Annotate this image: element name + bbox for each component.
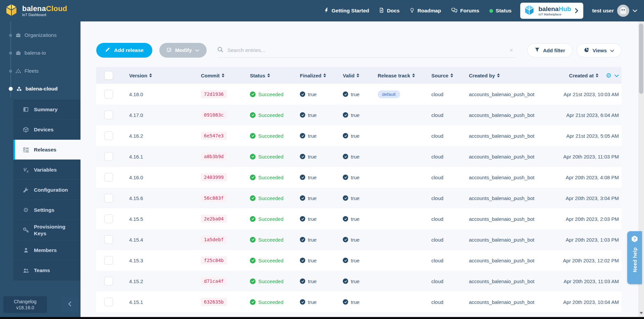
created-at-cell: Apr 20th 2023, 4:08 PM — [546, 175, 622, 180]
status-cell: Succeeded — [242, 112, 292, 118]
scrollbar-down-arrow[interactable] — [640, 312, 643, 314]
chevron-down-icon — [195, 47, 199, 53]
sidebar-item-balena-io[interactable]: balena-io — [0, 48, 80, 58]
table-settings-gear-icon[interactable]: ⚙ — [606, 72, 611, 79]
status-dot-icon — [489, 9, 493, 13]
column-header-status[interactable]: Status — [242, 73, 292, 78]
status-cell: Succeeded — [242, 91, 292, 97]
add-filter-button[interactable]: Add filter — [527, 43, 573, 57]
chevron-down-icon[interactable] — [614, 73, 619, 78]
doc-icon — [379, 7, 384, 14]
check-circle-icon — [343, 278, 348, 284]
table-row[interactable]: 4.15.5 2e2ba04 Succeeded true true cloud… — [96, 208, 622, 229]
table-row[interactable]: 4.15.1 632635b Succeeded true true cloud… — [96, 292, 622, 312]
column-header-release-track[interactable]: Release track — [370, 73, 423, 78]
check-circle-icon — [300, 216, 305, 221]
version-cell: 4.15.5 — [121, 216, 193, 222]
changelog-button[interactable]: Changelog v18.16.0 — [3, 296, 47, 313]
column-header-source[interactable]: Source — [423, 73, 461, 78]
row-checkbox[interactable] — [104, 256, 113, 265]
need-help-tab[interactable]: ? Need help — [627, 231, 642, 284]
sidebar-item-summary[interactable]: Summary — [13, 100, 80, 120]
topbar-nav: Getting Started Docs Roadmap Forums Stat… — [324, 7, 512, 14]
valid-cell: true — [335, 133, 370, 139]
vx-icon: Vx — [22, 167, 30, 173]
column-header-valid[interactable]: Valid — [335, 73, 370, 78]
commit-hash: 2403999 — [201, 173, 227, 181]
sidebar-item-organizations[interactable]: Organizations — [0, 30, 80, 40]
select-all-checkbox[interactable] — [104, 71, 113, 80]
row-checkbox[interactable] — [104, 298, 113, 306]
sort-icon — [267, 73, 270, 77]
balena-cloud-logo[interactable]: balenaCloud IoT Dashboard — [4, 3, 67, 18]
table-row[interactable]: 4.16.0 2403999 Succeeded true true cloud… — [96, 167, 622, 188]
commit-cell: 72d1936 — [193, 90, 242, 98]
sidebar-item-fleets[interactable]: Fleets — [0, 66, 80, 76]
success-check-icon — [250, 175, 256, 180]
clear-search-icon[interactable]: × — [507, 47, 515, 54]
source-cell: cloud — [423, 216, 461, 222]
chevron-right-icon — [575, 8, 579, 14]
table-row[interactable]: 4.16.1 a8b3b9d Succeeded true true cloud… — [96, 146, 622, 167]
avatar — [617, 5, 629, 17]
sidebar-item-releases[interactable]: Releases — [13, 140, 80, 160]
table-row[interactable]: 4.15.4 1a5debf Succeeded true true cloud… — [96, 229, 622, 250]
table-row[interactable]: 4.18.0 72d1936 Succeeded true true defau… — [96, 84, 622, 105]
valid-cell: true — [335, 258, 370, 263]
created-at-cell: Apr 20th 2023, 11:03 PM — [546, 154, 622, 160]
submenu-label: Variables — [34, 167, 57, 173]
nav-forums[interactable]: Forums — [451, 7, 479, 14]
table-row[interactable]: 4.15.3 f25c84b Succeeded true true cloud… — [96, 250, 622, 271]
row-checkbox[interactable] — [104, 111, 113, 119]
nav-docs[interactable]: Docs — [379, 7, 399, 14]
sidebar-item-configuration[interactable]: Configuration — [13, 180, 80, 200]
sidebar-item-members[interactable]: Members — [13, 240, 80, 260]
nav-getting-started[interactable]: Getting Started — [324, 7, 369, 14]
created-at-cell: Apr 20th 2023, 12:02 PM — [546, 258, 622, 263]
people-icon — [22, 268, 30, 273]
sidebar-item-devices[interactable]: Devices — [13, 120, 80, 140]
sidebar-item-balena-cloud[interactable]: balena-cloud — [0, 84, 80, 94]
column-header-commit[interactable]: Commit — [193, 73, 242, 78]
source-cell: cloud — [423, 112, 461, 118]
row-checkbox[interactable] — [104, 152, 113, 161]
nav-status[interactable]: Status — [489, 8, 512, 14]
table-row[interactable]: 4.16.2 6e547e3 Succeeded true true cloud… — [96, 125, 622, 146]
sort-icon — [497, 73, 500, 77]
balena-hub-button[interactable]: balenaHub IoT Marketplace — [520, 3, 583, 19]
source-cell: cloud — [423, 237, 461, 243]
nav-roadmap[interactable]: Roadmap — [410, 7, 441, 14]
sidebar-item-provisioning-keys[interactable]: Provisioning Keys — [13, 220, 80, 240]
column-header-finalized[interactable]: Finalized — [292, 73, 335, 78]
column-header-created-by[interactable]: Created by — [461, 73, 546, 78]
sidebar-item-settings[interactable]: ⚙ Settings — [13, 200, 80, 220]
success-check-icon — [250, 154, 256, 160]
row-checkbox[interactable] — [104, 214, 113, 223]
row-checkbox[interactable] — [104, 173, 113, 182]
row-checkbox[interactable] — [104, 90, 113, 99]
gear-icon: ⚙ — [22, 207, 30, 213]
table-row[interactable]: 4.17.0 091083c Succeeded true true cloud… — [96, 105, 622, 125]
modify-button[interactable]: Modify — [159, 43, 207, 58]
views-button[interactable]: Views — [577, 43, 622, 57]
scrollbar-thumb[interactable] — [639, 23, 643, 94]
app-root: balenaCloud IoT Dashboard Getting Starte… — [0, 0, 644, 319]
created-at-cell: Apr 20th 2023, 10:04 AM — [546, 299, 622, 305]
finalized-cell: true — [292, 237, 335, 243]
row-checkbox[interactable] — [104, 235, 113, 244]
add-release-button[interactable]: Add release — [96, 43, 152, 58]
sidebar-item-variables[interactable]: Vx Variables — [13, 160, 80, 180]
user-menu[interactable]: test user — [592, 5, 637, 17]
finalized-cell: true — [292, 216, 335, 222]
search-input[interactable] — [227, 47, 507, 53]
row-checkbox[interactable] — [104, 277, 113, 285]
column-header-created-at[interactable]: Created at ⚙ — [546, 72, 622, 79]
sidebar-collapse-button[interactable] — [62, 297, 78, 312]
column-header-version[interactable]: Version — [121, 73, 193, 78]
table-row[interactable]: 4.15.6 56c883f Succeeded true true cloud… — [96, 188, 622, 208]
table-row[interactable]: 4.15.2 d71ca4f Succeeded true true cloud… — [96, 271, 622, 292]
sidebar-item-teams[interactable]: Teams — [13, 260, 80, 280]
finalized-cell: true — [292, 195, 335, 201]
row-checkbox[interactable] — [104, 131, 113, 140]
row-checkbox[interactable] — [104, 194, 113, 202]
